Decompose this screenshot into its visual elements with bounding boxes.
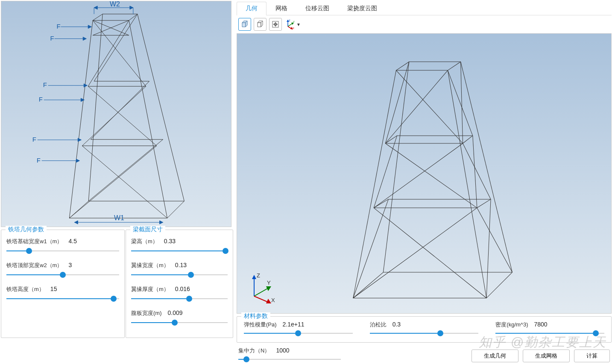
wireframe-view-button[interactable] xyxy=(254,18,266,31)
svg-line-18 xyxy=(88,86,156,146)
poisson-slider[interactable] xyxy=(370,330,479,336)
result-tabs: 几何 网格 位移云图 梁挠度云图 xyxy=(237,2,612,15)
flange-w-slider[interactable] xyxy=(131,272,228,278)
svg-marker-45 xyxy=(78,138,81,142)
force-label-5: F xyxy=(32,136,36,143)
flange-t-slider[interactable] xyxy=(131,296,228,302)
tower-geometry-fieldset: 铁塔几何参数 铁塔基础宽度w1（m） 4.5 铁塔顶部宽度w2（m） 3 xyxy=(1,230,125,338)
svg-line-74 xyxy=(353,70,396,298)
density-slider[interactable] xyxy=(495,330,604,336)
force-label: 集中力（N） xyxy=(238,347,270,355)
compute-button[interactable]: 计算 xyxy=(574,349,610,362)
height-slider[interactable] xyxy=(6,296,119,302)
force-label-1: F xyxy=(57,23,61,30)
svg-line-76 xyxy=(461,62,512,272)
svg-line-96 xyxy=(461,62,463,143)
force-label-2: F xyxy=(50,35,54,42)
svg-line-23 xyxy=(91,81,149,139)
svg-line-107 xyxy=(254,288,269,296)
svg-line-98 xyxy=(473,136,477,208)
svg-line-6 xyxy=(138,14,184,201)
beam-height-label: 梁高（m） xyxy=(131,238,158,245)
3d-viewport[interactable]: Z Y X xyxy=(237,33,612,314)
svg-line-103 xyxy=(374,136,397,208)
svg-line-102 xyxy=(385,62,409,143)
flange-t-label: 翼缘厚度（m） xyxy=(131,285,169,293)
svg-line-71 xyxy=(486,272,512,298)
generate-mesh-button[interactable]: 生成网格 xyxy=(523,349,570,362)
tab-mesh[interactable]: 网格 xyxy=(266,2,296,15)
svg-marker-43 xyxy=(81,98,84,102)
svg-line-75 xyxy=(448,70,486,298)
svg-line-101 xyxy=(477,208,512,272)
w2-slider[interactable] xyxy=(6,272,119,278)
web-w-value: 0.009 xyxy=(168,309,183,316)
svg-marker-35 xyxy=(160,221,163,224)
svg-text:Y: Y xyxy=(267,280,271,286)
svg-line-16 xyxy=(93,20,146,86)
svg-marker-53 xyxy=(261,21,263,27)
w2-label: 铁塔顶部宽度w2（m） xyxy=(6,262,62,269)
svg-marker-110 xyxy=(266,299,271,303)
svg-marker-51 xyxy=(258,23,261,27)
svg-line-87 xyxy=(463,136,473,143)
web-w-slider[interactable] xyxy=(131,320,228,326)
material-title: 材料参数 xyxy=(241,312,270,320)
solid-view-button[interactable] xyxy=(238,18,251,31)
view-toolbar: Z Y X ▼ xyxy=(237,15,612,33)
svg-marker-47 xyxy=(76,159,79,163)
svg-text:Z: Z xyxy=(289,19,290,22)
svg-marker-48 xyxy=(242,23,246,27)
svg-line-11 xyxy=(129,14,138,20)
svg-marker-39 xyxy=(83,37,86,41)
svg-line-22 xyxy=(94,14,138,81)
axis-orientation-button[interactable]: Z Y X ▼ xyxy=(284,18,301,31)
force-label-3: F xyxy=(43,81,47,88)
tab-deflection[interactable]: 梁挠度云图 xyxy=(338,2,386,15)
svg-line-21 xyxy=(69,146,156,218)
svg-line-24 xyxy=(88,140,163,201)
svg-line-20 xyxy=(82,146,167,218)
svg-line-90 xyxy=(396,70,463,143)
w2-value: 3 xyxy=(68,262,72,268)
height-value: 15 xyxy=(50,285,57,292)
force-slider[interactable] xyxy=(238,356,341,362)
beam-height-value: 0.33 xyxy=(164,238,176,245)
svg-marker-29 xyxy=(94,6,97,9)
tower-geometry-title: 铁塔几何参数 xyxy=(6,226,47,233)
svg-marker-57 xyxy=(275,22,276,23)
axis-triad-icon: Z Y X xyxy=(246,271,280,305)
w1-value: 4.5 xyxy=(68,238,76,245)
flange-t-value: 0.016 xyxy=(175,285,190,292)
svg-marker-58 xyxy=(275,25,276,26)
modulus-slider[interactable] xyxy=(244,330,353,336)
tab-displacement[interactable]: 位移云图 xyxy=(296,2,338,15)
svg-text:X: X xyxy=(293,27,294,29)
poisson-value: 0.3 xyxy=(392,321,401,328)
force-value: 1000 xyxy=(276,347,289,354)
svg-line-97 xyxy=(448,70,472,136)
flange-w-value: 0.13 xyxy=(175,262,187,268)
svg-line-109 xyxy=(254,296,269,303)
fit-view-button[interactable] xyxy=(269,18,282,31)
svg-line-92 xyxy=(385,143,477,208)
svg-marker-41 xyxy=(84,84,87,87)
svg-line-91 xyxy=(385,70,448,143)
chevron-down-icon: ▼ xyxy=(296,22,301,27)
beam-height-slider[interactable] xyxy=(131,248,228,254)
w1-label: W1 xyxy=(114,214,124,221)
generate-geometry-button[interactable]: 生成几何 xyxy=(472,349,518,362)
force-label-6: F xyxy=(37,157,41,164)
svg-line-93 xyxy=(374,143,463,208)
material-fieldset: 材料参数 弹性模量(Pa) 2.1e+11 泊松比 0.3 xyxy=(237,316,612,343)
svg-line-1 xyxy=(167,201,184,218)
svg-line-5 xyxy=(129,20,167,218)
svg-line-95 xyxy=(353,208,477,298)
w1-slider[interactable] xyxy=(6,248,119,254)
schematic-diagram: W2 W1 F F F xyxy=(1,1,231,227)
svg-line-17 xyxy=(88,20,129,86)
svg-marker-37 xyxy=(88,25,91,29)
tab-geometry[interactable]: 几何 xyxy=(237,2,266,15)
poisson-label: 泊松比 xyxy=(370,321,387,329)
svg-line-94 xyxy=(374,208,486,298)
